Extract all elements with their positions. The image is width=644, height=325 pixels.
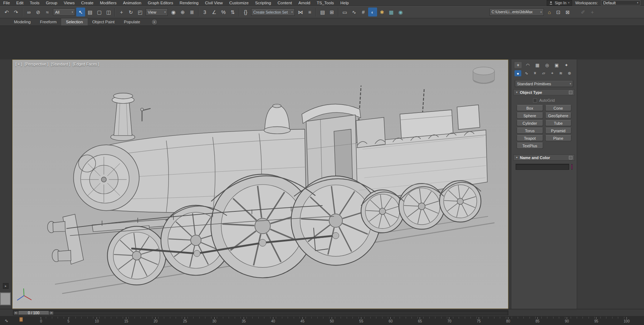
ribbon-tab-object-paint[interactable]: Object Paint	[88, 18, 119, 25]
menu-item-arnold[interactable]: Arnold	[295, 0, 313, 6]
object-type-button-box[interactable]: Box	[517, 105, 543, 111]
systems-category[interactable]: ⊛	[566, 70, 573, 76]
perspective-viewport[interactable]: [ + ][Perspective ][Standard ][Edged Fac…	[12, 59, 508, 309]
object-type-button-cylinder[interactable]: Cylinder	[517, 120, 543, 126]
menu-item-scripting[interactable]: Scripting	[252, 0, 274, 6]
menu-item-create[interactable]: Create	[78, 0, 97, 6]
redo-icon[interactable]: ↷	[11, 8, 20, 16]
unlink-selection-icon[interactable]: ⊘	[34, 8, 43, 16]
viewport-pov-menu[interactable]: [Perspective ]	[25, 62, 49, 66]
cameras-category[interactable]: ▱	[540, 70, 547, 76]
layer-explorer-icon[interactable]: ▤	[318, 8, 327, 16]
undo-icon[interactable]: ↶	[2, 8, 11, 16]
selection-filter-dropdown[interactable]: All ▾	[53, 9, 75, 16]
spinner-snap-icon[interactable]: ⇅	[228, 8, 237, 16]
menu-item-content[interactable]: Content	[274, 0, 295, 6]
object-type-button-teapot[interactable]: Teapot	[517, 135, 543, 141]
autogrid-checkbox[interactable]	[533, 99, 537, 102]
create-tab[interactable]: +	[514, 62, 522, 68]
motion-tab[interactable]: ◎	[543, 62, 551, 68]
object-name-input[interactable]	[516, 164, 569, 170]
isolate-selection-icon[interactable]: ⊡	[554, 8, 563, 16]
workspace-dropdown[interactable]: Default ▾	[601, 0, 640, 5]
menu-item-help[interactable]: Help	[337, 0, 352, 6]
select-and-link-icon[interactable]: ∞	[24, 8, 33, 16]
shapes-category[interactable]: ∿	[523, 70, 530, 76]
hierarchy-tab[interactable]: ▦	[534, 62, 541, 68]
keyboard-override-icon[interactable]: ≣	[187, 8, 196, 16]
object-type-button-cone[interactable]: Cone	[545, 105, 572, 111]
object-type-button-plane[interactable]: Plane	[545, 135, 572, 141]
ribbon-minimize-button[interactable]: ▾	[151, 19, 157, 25]
primitives-dropdown[interactable]: Standard Primitives ▾	[515, 80, 573, 87]
select-move-icon[interactable]: +	[117, 8, 126, 16]
ribbon-tab-selection[interactable]: Selection	[61, 18, 87, 25]
snap-toggle-3d-icon[interactable]: 3	[200, 8, 209, 16]
select-by-name-icon[interactable]: ▤	[86, 8, 94, 16]
select-rotate-icon[interactable]: ↻	[126, 8, 135, 16]
expand-arrow-button[interactable]: ▸	[3, 283, 9, 289]
modify-tab[interactable]: ◠	[524, 62, 531, 68]
ribbon-tab-modeling[interactable]: Modeling	[9, 18, 35, 25]
menu-item-modifiers[interactable]: Modifiers	[97, 0, 120, 6]
bind-to-spacewarp-icon[interactable]: ≈	[43, 8, 52, 16]
object-type-button-pyramid[interactable]: Pyramid	[545, 128, 572, 134]
viewport-layout-tab[interactable]	[0, 292, 11, 305]
object-type-button-sphere[interactable]: Sphere	[517, 113, 543, 119]
ribbon-tab-populate[interactable]: Populate	[119, 18, 145, 25]
mini-curve-editor-button[interactable]: ∿	[2, 317, 11, 324]
reference-coordinate-dropdown[interactable]: View ▾	[146, 9, 168, 16]
viewcube[interactable]	[469, 65, 499, 88]
select-scale-icon[interactable]: ◰	[136, 8, 145, 16]
object-type-button-geosphere[interactable]: GeoSphere	[545, 113, 572, 119]
object-type-rollout-header[interactable]: ▼ Object Type	[513, 89, 575, 95]
current-frame-marker[interactable]	[19, 317, 23, 322]
percent-snap-icon[interactable]: %	[219, 8, 228, 16]
create-selection-set-field[interactable]: Create Selection Set ▾	[251, 9, 295, 16]
render-production-icon[interactable]: ◉	[396, 8, 405, 16]
time-slider-thumb[interactable]: 0 / 100	[19, 311, 49, 315]
select-object-icon[interactable]: ↖	[76, 8, 85, 16]
track-bar[interactable]: ∿ 0 5 10 1	[0, 316, 644, 325]
geometry-category[interactable]: ●	[514, 70, 521, 76]
curve-editor-icon[interactable]: ∿	[350, 8, 358, 16]
utilities-tab[interactable]: ✦	[563, 62, 570, 68]
render-setup-icon[interactable]: ✱	[377, 8, 386, 16]
menu-item-file[interactable]: File	[0, 0, 13, 6]
scene-explorer-icon[interactable]: ⊞	[327, 8, 336, 16]
menu-item-tools[interactable]: Tools	[26, 0, 43, 6]
window-crossing-icon[interactable]: ◫	[104, 8, 113, 16]
lights-category[interactable]: ☀	[532, 70, 538, 76]
time-slider-track[interactable]: < 0 / 100 >	[13, 310, 508, 315]
menu-item-customize[interactable]: Customize	[226, 0, 252, 6]
object-color-swatch[interactable]	[571, 164, 572, 169]
menu-item-group[interactable]: Group	[43, 0, 60, 6]
viewport-shading-menu[interactable]: [Edged Faces ]	[73, 62, 99, 66]
menu-item-graph-editors[interactable]: Graph Editors	[145, 0, 176, 6]
viewport-general-menu[interactable]: [ + ]	[15, 62, 22, 66]
spacewarps-category[interactable]: ≋	[557, 70, 564, 76]
menu-item-edit[interactable]: Edit	[13, 0, 27, 6]
inactive-tool-icon[interactable]: ✐	[579, 8, 587, 16]
next-frame-button[interactable]: >	[49, 311, 54, 315]
material-editor-icon[interactable]: ◐	[368, 8, 377, 16]
menu-item-civil-view[interactable]: Civil View	[202, 0, 226, 6]
selection-region-icon[interactable]: ▢	[95, 8, 104, 16]
name-color-rollout-header[interactable]: ▼ Name and Color	[513, 154, 575, 161]
display-tab[interactable]: ▣	[553, 62, 560, 68]
helpers-category[interactable]: ⌖	[549, 70, 556, 76]
mirror-icon[interactable]: ⋈	[296, 8, 305, 16]
project-folder-icon[interactable]: ⌂	[545, 8, 554, 16]
menu-item-views[interactable]: Views	[60, 0, 78, 6]
named-selection-sets-icon[interactable]: {}	[241, 8, 250, 16]
ribbon-toggle-icon[interactable]: ▭	[340, 8, 349, 16]
object-type-button-textplus[interactable]: TextPlus	[517, 143, 543, 149]
sign-in-button[interactable]: Sign In ▾	[547, 0, 572, 6]
ribbon-tab-freeform[interactable]: Freeform	[35, 18, 62, 25]
menu-item-ts-tools[interactable]: TS_Tools	[313, 0, 337, 6]
viewport-standard-menu[interactable]: [Standard ]	[51, 62, 70, 66]
object-type-button-tube[interactable]: Tube	[545, 120, 572, 126]
menu-item-animation[interactable]: Animation	[120, 0, 145, 6]
previous-frame-button[interactable]: <	[14, 311, 18, 315]
menu-item-rendering[interactable]: Rendering	[176, 0, 202, 6]
